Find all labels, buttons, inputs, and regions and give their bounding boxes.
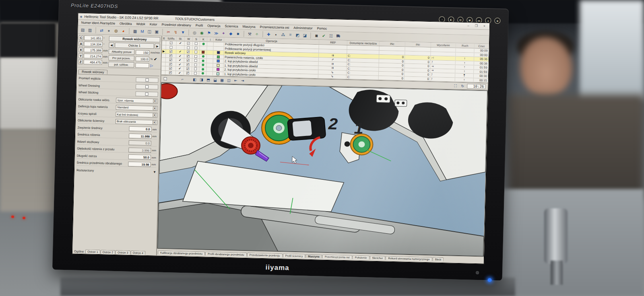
view-right-icon[interactable]: ◨ xyxy=(198,77,204,82)
szlifo-checkbox[interactable]: ✓ xyxy=(169,71,172,74)
tab-skrot[interactable]: Skrót xyxy=(432,257,444,261)
wheel-dressing-checkbox[interactable] xyxy=(145,85,149,88)
star-icon[interactable]: ✦ xyxy=(220,30,227,36)
w-checkbox[interactable]: ✓ xyxy=(186,67,189,70)
inc1-value[interactable]: 0 xyxy=(379,67,405,72)
col-st[interactable]: St. xyxy=(177,37,185,41)
spark-icon[interactable]: ↯ xyxy=(172,29,179,35)
list-icon[interactable]: ☷ xyxy=(328,33,334,39)
w-checkbox[interactable]: ✓ xyxy=(187,50,190,53)
st-check[interactable]: ✓ xyxy=(179,58,182,62)
viewport-option-checkbox[interactable]: ✓ xyxy=(163,77,167,80)
st-check[interactable]: ✓ xyxy=(179,50,182,53)
szlifo-checkbox[interactable]: ✓ xyxy=(169,58,172,61)
cut-icon[interactable]: ✂ xyxy=(165,29,171,35)
compass-icon[interactable]: ✧ xyxy=(254,31,260,37)
override-value-field[interactable]: 100.0 xyxy=(136,56,149,62)
add-icon[interactable]: ✚ xyxy=(265,31,272,37)
view-top-icon[interactable]: ⬒ xyxy=(205,77,211,82)
wheel-donut-icon[interactable]: ◕ xyxy=(120,27,126,34)
fit-extent-icon[interactable]: ⇥ xyxy=(239,78,245,83)
expander-rozszerzony[interactable]: Rozszerzony ▼ xyxy=(76,167,156,175)
chevron-down-icon[interactable]: ▾ xyxy=(153,120,156,124)
s-checkbox[interactable] xyxy=(194,68,197,70)
dlugosc-ostrza-input[interactable]: 50.0 xyxy=(128,154,151,160)
view-left-icon[interactable]: ◧ xyxy=(192,77,197,82)
menu-operacja[interactable]: Operacja xyxy=(207,24,221,28)
s-checkbox[interactable] xyxy=(194,72,197,74)
col-w[interactable]: W xyxy=(185,37,193,41)
inc1-value[interactable] xyxy=(379,50,405,55)
inc2-value[interactable]: 0 xyxy=(405,60,431,64)
tab-ogolne[interactable]: Ogólne xyxy=(74,250,84,254)
restore-button[interactable]: ❐ xyxy=(474,24,479,28)
st-check[interactable]: ✓ xyxy=(178,71,181,75)
menu-maszyna[interactable]: Maszyna xyxy=(242,25,255,29)
refresh-icon[interactable]: ↻ xyxy=(460,83,465,88)
inc1-value[interactable]: 0 xyxy=(379,59,405,63)
osd-button-7[interactable]: ◉ xyxy=(494,18,500,24)
szlifo-checkbox[interactable]: ✓ xyxy=(170,41,173,44)
menu-obrobka[interactable]: Obróbka xyxy=(120,22,132,26)
chevron-down-icon[interactable]: ▾ xyxy=(153,106,157,110)
edge-select[interactable]: Ostrze 1 xyxy=(115,43,154,49)
check-icon[interactable]: ✔ xyxy=(320,32,327,39)
s-checkbox[interactable] xyxy=(194,51,197,53)
inc2-value[interactable] xyxy=(405,47,431,51)
pattern-icon[interactable]: ⁂ xyxy=(280,31,286,38)
inc2-value[interactable]: 0 xyxy=(405,76,430,81)
edge-next-button[interactable]: ▶ xyxy=(155,43,160,49)
definicja-kata-select[interactable]: Standard▾ xyxy=(116,105,158,111)
close-button[interactable]: × xyxy=(482,24,487,29)
s-checkbox[interactable] xyxy=(195,42,198,45)
axis-x-button[interactable]: X xyxy=(78,47,83,52)
wheel-sticking-checkbox[interactable] xyxy=(145,92,149,95)
tab-ostrze-4[interactable]: Ostrze 4 xyxy=(130,251,145,255)
srednica-przedmiotu-input[interactable]: 19.98 xyxy=(128,161,151,166)
axis-z-value[interactable]: 464.475 xyxy=(83,60,102,65)
tab-ostrze-3[interactable]: Ostrze 3 xyxy=(116,250,130,255)
save-icon[interactable]: ▣ xyxy=(153,28,160,35)
inc2-value[interactable]: 0 xyxy=(405,68,430,72)
menu-widok[interactable]: Widok xyxy=(136,22,145,26)
grind-position-button[interactable]: poł. szlifow. xyxy=(108,62,134,68)
w-checkbox[interactable]: ✓ xyxy=(187,42,190,45)
operation-color-swatch[interactable] xyxy=(217,64,219,67)
corner-a-icon[interactable]: ◩ xyxy=(294,32,301,38)
w-checkbox[interactable]: ✓ xyxy=(186,72,189,74)
corner-view-icon[interactable]: ⌐ xyxy=(180,76,185,82)
axis-c-button[interactable]: C xyxy=(79,35,83,40)
menu-sciernica[interactable]: Ściernica xyxy=(225,25,238,29)
axis-y-button[interactable]: Y xyxy=(78,53,83,58)
w-checkbox[interactable]: ✓ xyxy=(187,59,190,62)
w-checkbox[interactable]: ✓ xyxy=(187,55,190,58)
col-czas[interactable]: Czas xyxy=(475,44,489,49)
block-icon[interactable]: ■ xyxy=(235,30,241,37)
inc1-value[interactable]: 0 xyxy=(379,55,405,59)
inc1-value[interactable]: 0 xyxy=(379,63,405,68)
probe-icon[interactable]: ◎ xyxy=(191,29,198,36)
col-ruch[interactable]: Ruch xyxy=(456,43,475,48)
feed-value-field[interactable]: 150 xyxy=(136,50,149,55)
3d-viewport[interactable]: 2 1 xyxy=(157,82,488,257)
minimize-button[interactable]: – xyxy=(466,24,471,28)
axis-z-button[interactable]: Z xyxy=(78,60,83,64)
szlifo-checkbox[interactable] xyxy=(169,46,172,49)
expand-icon[interactable]: ▼ xyxy=(153,170,156,174)
col-s[interactable]: S xyxy=(193,37,200,41)
corner-b-icon[interactable]: ◪ xyxy=(301,32,308,38)
open-file-icon[interactable]: ▥ xyxy=(87,27,93,33)
dot-icon[interactable]: ▪ xyxy=(272,31,279,37)
edge-prev-button[interactable]: ◀ xyxy=(109,43,114,48)
override-button[interactable]: Prc pol przem. xyxy=(109,56,134,62)
col-rep[interactable]: REP xyxy=(319,40,347,45)
database-icon[interactable]: ◍ xyxy=(113,27,119,34)
view-grid-icon[interactable]: ▦ xyxy=(219,78,225,83)
inc2-value[interactable]: 0 xyxy=(405,55,431,60)
st-check[interactable]: ✓ xyxy=(178,67,181,70)
col-inc2[interactable]: INc xyxy=(405,42,431,47)
menu-numer-ident[interactable]: Numer ident./Narzędzie xyxy=(81,21,115,25)
axis-c-value[interactable]: 141.851 xyxy=(84,35,103,41)
print-icon[interactable]: ▦ xyxy=(132,28,138,34)
tab-ostrze-1[interactable]: Ostrze 1 xyxy=(85,249,100,254)
